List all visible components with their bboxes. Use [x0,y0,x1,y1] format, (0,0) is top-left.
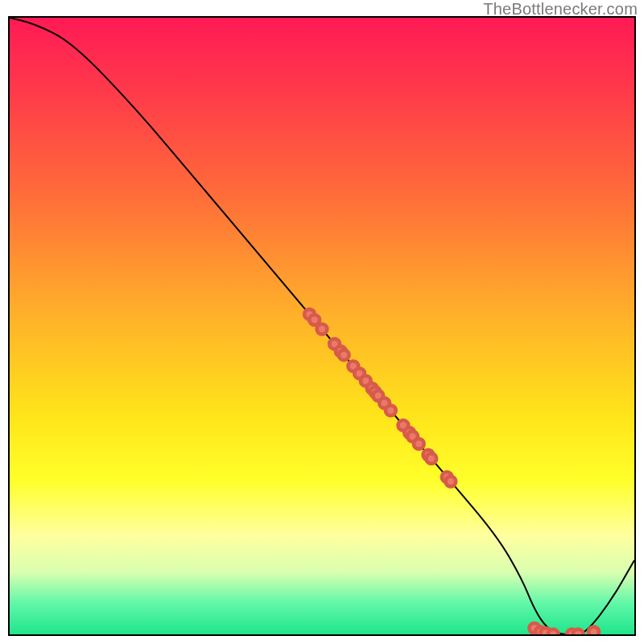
scatter-dot [317,324,328,334]
scatter-dot [339,350,349,361]
scatter-dot [426,453,436,464]
scatter-dot [588,627,599,634]
scatter-dot [386,406,396,416]
scatter-markers [304,309,599,634]
scatter-dot [548,630,559,634]
scatter-dot [445,477,456,487]
chart-overlay [10,18,634,634]
scatter-dot [414,439,424,449]
scatter-dot [573,630,584,634]
chart-frame [8,16,636,636]
